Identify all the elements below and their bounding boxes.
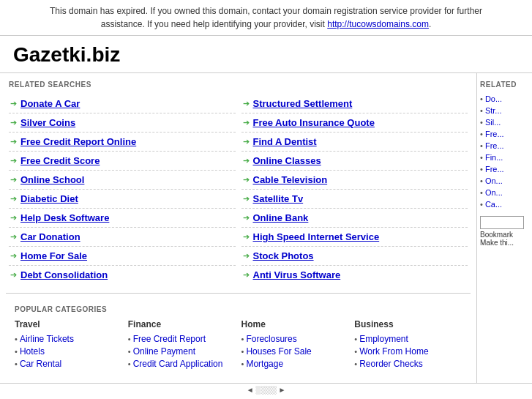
list-item: Credit Card Application — [128, 357, 236, 370]
search-columns: ➔ Donate A Car ➔ Silver Coins ➔ Free Cre… — [6, 94, 471, 284]
sidebar-link-4[interactable]: Fre... — [485, 130, 504, 138]
list-item: Employment — [354, 332, 462, 345]
search-link-silver-coins[interactable]: Silver Coins — [20, 117, 75, 128]
popular-label: POPULAR CATEGORIES — [12, 305, 465, 313]
popular-link-credit-card-application[interactable]: Credit Card Application — [133, 359, 223, 369]
popular-cols: Travel Airline Tickets Hotels Car Rental… — [12, 319, 465, 370]
list-item: Fre... — [480, 163, 529, 175]
list-item: ➔ Silver Coins — [9, 113, 236, 133]
search-link-free-credit-report-online[interactable]: Free Credit Report Online — [20, 136, 136, 147]
popular-col-travel: Travel Airline Tickets Hotels Car Rental — [12, 319, 125, 370]
search-link-home-for-sale[interactable]: Home For Sale — [20, 250, 87, 261]
list-item: Foreclosures — [241, 332, 349, 345]
arrow-icon: ➔ — [10, 137, 17, 146]
popular-col-business: Business Employment Work From Home Reord… — [351, 319, 465, 370]
search-link-cable-television[interactable]: Cable Television — [253, 174, 328, 185]
sidebar-link-10[interactable]: Ca... — [485, 200, 502, 209]
sidebar-link-7[interactable]: Fre... — [485, 165, 504, 174]
search-link-help-desk-software[interactable]: Help Desk Software — [20, 212, 109, 223]
sidebar-link-9[interactable]: On... — [485, 188, 503, 197]
sidebar-link-8[interactable]: On... — [485, 176, 503, 185]
popular-link-employment[interactable]: Employment — [359, 334, 408, 344]
bookmark-input[interactable] — [480, 216, 524, 229]
make-label: Make thi... — [480, 239, 529, 247]
list-item: Fre... — [480, 140, 529, 152]
popular-link-work-from-home[interactable]: Work From Home — [359, 346, 428, 357]
popular-col-title-home: Home — [241, 319, 349, 329]
sidebar-link-2[interactable]: Str... — [485, 106, 502, 115]
sidebar-link-3[interactable]: Sil... — [485, 118, 501, 127]
arrow-icon: ➔ — [243, 251, 250, 261]
list-item: ➔ Diabetic Diet — [9, 190, 236, 209]
list-item: ➔ High Speed Internet Service — [241, 228, 468, 247]
bookmark-box: Bookmark Make thi... — [480, 216, 529, 247]
search-col-right: ➔ Structured Settlement ➔ Free Auto Insu… — [239, 94, 471, 284]
popular-link-hotels[interactable]: Hotels — [20, 346, 45, 357]
related-searches-label: RELATED SEARCHES — [6, 81, 471, 89]
bottom-scrollbar[interactable]: ◄ ░░░░ ► — [0, 383, 532, 396]
popular-link-free-credit-report[interactable]: Free Credit Report — [133, 334, 206, 344]
search-link-find-a-dentist[interactable]: Find A Dentist — [253, 136, 317, 147]
list-item: Do... — [480, 93, 529, 105]
arrow-icon: ➔ — [243, 156, 250, 165]
arrow-icon: ➔ — [243, 232, 250, 242]
divider — [6, 293, 471, 294]
popular-link-mortgage[interactable]: Mortgage — [246, 359, 283, 369]
list-item: ➔ Free Credit Score — [9, 152, 236, 171]
search-link-satellite-tv[interactable]: Satellite Tv — [253, 193, 304, 204]
list-item: ➔ Car Donation — [9, 228, 236, 247]
right-sidebar: RELATED Do... Str... Sil... Fre... Fre..… — [477, 73, 532, 383]
popular-col-title-finance: Finance — [128, 319, 236, 329]
list-item: ➔ Stock Photos — [241, 247, 468, 266]
list-item: Mortgage — [241, 357, 349, 370]
search-link-free-auto-insurance[interactable]: Free Auto Insurance Quote — [253, 117, 375, 128]
popular-link-online-payment[interactable]: Online Payment — [133, 346, 195, 357]
banner-link[interactable]: http://tucowsdomains.com — [327, 19, 429, 29]
list-item: ➔ Anti Virus Software — [241, 266, 468, 284]
search-link-anti-virus-software[interactable]: Anti Virus Software — [253, 269, 341, 280]
search-link-car-donation[interactable]: Car Donation — [20, 231, 80, 242]
site-title: Gazetki.biz — [0, 36, 532, 73]
list-item: ➔ Find A Dentist — [241, 133, 468, 152]
search-link-structured-settlement[interactable]: Structured Settlement — [253, 98, 353, 109]
search-link-online-classes[interactable]: Online Classes — [253, 155, 321, 166]
popular-col-title-business: Business — [354, 319, 462, 329]
list-item: ➔ Structured Settlement — [241, 94, 468, 113]
arrow-icon: ➔ — [243, 270, 250, 280]
search-link-debt-consolidation[interactable]: Debt Consolidation — [20, 269, 108, 280]
popular-link-car-rental[interactable]: Car Rental — [20, 359, 61, 369]
popular-link-reorder-checks[interactable]: Reorder Checks — [359, 359, 423, 369]
list-item: ➔ Cable Television — [241, 171, 468, 190]
sidebar-link-5[interactable]: Fre... — [485, 141, 504, 150]
sidebar-link-1[interactable]: Do... — [485, 94, 502, 103]
search-link-free-credit-score[interactable]: Free Credit Score — [20, 155, 100, 166]
list-item: ➔ Online School — [9, 171, 236, 190]
list-item: Online Payment — [128, 345, 236, 357]
arrow-icon: ➔ — [10, 99, 17, 108]
search-link-donate-a-car[interactable]: Donate A Car — [20, 98, 80, 109]
search-link-diabetic-diet[interactable]: Diabetic Diet — [20, 193, 78, 204]
list-item: ➔ Free Credit Report Online — [9, 133, 236, 152]
search-link-high-speed-internet[interactable]: High Speed Internet Service — [253, 231, 380, 242]
list-item: Fre... — [480, 128, 529, 140]
search-link-online-school[interactable]: Online School — [20, 174, 84, 185]
search-link-stock-photos[interactable]: Stock Photos — [253, 250, 314, 261]
popular-link-airline-tickets[interactable]: Airline Tickets — [20, 334, 74, 344]
popular-link-houses-for-sale[interactable]: Houses For Sale — [246, 346, 311, 357]
sidebar-link-6[interactable]: Fin... — [485, 153, 503, 162]
list-item: On... — [480, 175, 529, 187]
search-link-online-bank[interactable]: Online Bank — [253, 212, 309, 223]
main-content: RELATED SEARCHES ➔ Donate A Car ➔ Silver… — [0, 73, 477, 383]
list-item: ➔ Free Auto Insurance Quote — [241, 113, 468, 133]
popular-link-foreclosures[interactable]: Foreclosures — [246, 334, 296, 344]
list-item: ➔ Help Desk Software — [9, 209, 236, 228]
arrow-icon: ➔ — [243, 213, 250, 223]
list-item: Hotels — [15, 345, 122, 357]
arrow-icon: ➔ — [10, 270, 17, 280]
arrow-icon: ➔ — [243, 99, 250, 108]
arrow-icon: ➔ — [10, 213, 17, 223]
search-col-left: ➔ Donate A Car ➔ Silver Coins ➔ Free Cre… — [6, 94, 239, 284]
list-item: Airline Tickets — [15, 332, 122, 345]
scrollbar-indicator: ◄ ░░░░ ► — [247, 386, 286, 394]
sidebar-items-list: Do... Str... Sil... Fre... Fre... Fin...… — [480, 93, 529, 210]
